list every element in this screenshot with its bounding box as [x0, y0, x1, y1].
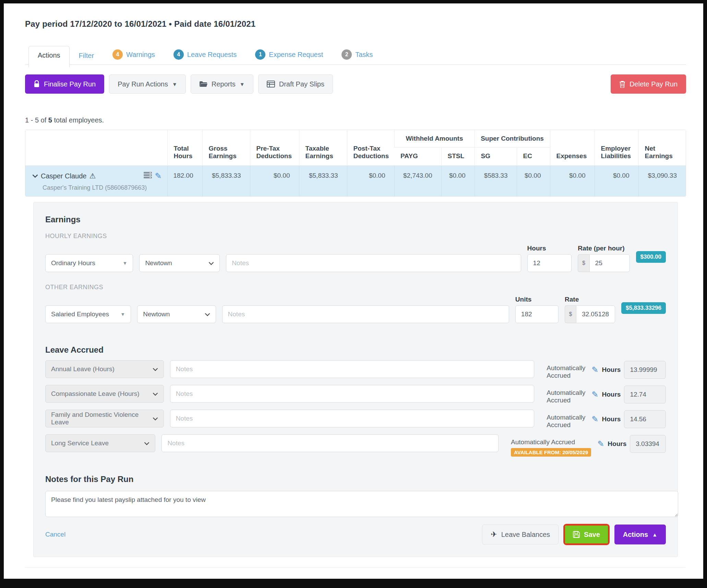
- delete-pay-run-button[interactable]: Delete Pay Run: [611, 74, 686, 94]
- hourly-notes-input[interactable]: [226, 254, 521, 272]
- panel-footer: Cancel ✈ Leave Balances Save Actions: [45, 524, 666, 545]
- chevron-down-icon: [144, 439, 149, 447]
- finalise-pay-run-button[interactable]: Finalise Pay Run: [25, 74, 104, 94]
- payslip-icon[interactable]: [144, 172, 152, 180]
- hourly-hours-input[interactable]: [527, 254, 572, 272]
- col-post-tax-deductions: Post-Tax Deductions: [347, 130, 394, 166]
- annual-leave-value: Annual Leave (Hours): [51, 365, 115, 373]
- col-pre-tax-deductions: Pre-Tax Deductions: [250, 130, 299, 166]
- finalise-pay-run-label: Finalise Pay Run: [44, 80, 96, 88]
- hours-label: Hours: [527, 245, 572, 252]
- chevron-down-icon: [153, 365, 158, 373]
- employee-name[interactable]: Casper Claude: [41, 172, 86, 180]
- other-pay-category-select[interactable]: Salaried Employees ▼: [45, 305, 131, 323]
- save-label: Save: [584, 531, 600, 539]
- hourly-earnings-row: Ordinary Hours ▼ Newtown Hours Rate (per…: [45, 245, 666, 272]
- tab-warnings[interactable]: 4 Warnings: [103, 44, 164, 65]
- save-button[interactable]: Save: [565, 526, 608, 543]
- hours-label: Hours: [602, 415, 621, 423]
- draft-pay-slips-button[interactable]: Draft Pay Slips: [258, 74, 333, 94]
- employee-row: Casper Claude ⚠ ✎ Casper's Training LTD …: [25, 166, 686, 197]
- family-violence-leave-notes-input[interactable]: [170, 410, 535, 427]
- annual-leave-select[interactable]: Annual Leave (Hours): [45, 360, 164, 378]
- long-service-leave-notes-input[interactable]: [161, 434, 499, 452]
- cell-payg: $2,743.00: [394, 166, 441, 197]
- other-location-select[interactable]: Newtown: [137, 305, 216, 323]
- pay-run-notes-textarea[interactable]: Please find you latest payslip attached …: [45, 491, 678, 517]
- pay-run-page: Pay period 17/12/2020 to 16/01/2021 • Pa…: [4, 3, 703, 579]
- compassionate-leave-select[interactable]: Compassionate Leave (Hours): [45, 385, 164, 403]
- edit-hours-icon[interactable]: ✎: [591, 390, 598, 399]
- actions-button[interactable]: Actions ▲: [614, 525, 666, 544]
- edit-employee-icon[interactable]: ✎: [155, 171, 161, 181]
- hourly-rate-input[interactable]: [589, 254, 630, 272]
- annual-leave-notes-input[interactable]: [170, 360, 535, 378]
- leave-requests-count-badge: 4: [173, 49, 184, 60]
- cancel-link[interactable]: Cancel: [45, 531, 65, 538]
- leave-row-long-service: Long Service Leave Automatically Accrued…: [45, 434, 666, 457]
- pay-run-table: Total Hours Gross Earnings Pre-Tax Deduc…: [25, 130, 686, 197]
- tab-actions[interactable]: Actions: [28, 46, 70, 67]
- edit-hours-icon[interactable]: ✎: [597, 439, 604, 449]
- other-rate-input[interactable]: [576, 305, 615, 323]
- compassionate-leave-hours-input[interactable]: [624, 386, 666, 403]
- employee-count-summary: 1 - 5 of 5 total employees.: [25, 116, 686, 124]
- col-employer-liabilities: Employer Liabilities: [595, 130, 638, 166]
- compassionate-leave-notes-input[interactable]: [170, 385, 535, 403]
- other-total-badge: $5,833.33296: [621, 302, 666, 314]
- group-withheld-amounts: Withheld Amounts: [394, 130, 475, 148]
- auto-accrued-label: Automatically Accrued: [547, 364, 585, 379]
- col-ec: EC: [517, 148, 550, 166]
- leave-balances-button[interactable]: ✈ Leave Balances: [482, 525, 559, 544]
- annual-leave-hours-input[interactable]: [624, 361, 666, 379]
- pay-run-actions-button[interactable]: Pay Run Actions ▼: [109, 74, 186, 94]
- col-sg: SG: [475, 148, 517, 166]
- reports-button[interactable]: Reports ▼: [191, 74, 253, 94]
- hourly-pay-category-select[interactable]: Ordinary Hours ▼: [45, 254, 133, 272]
- pay-run-actions-label: Pay Run Actions: [118, 80, 168, 88]
- long-service-leave-hours-input[interactable]: [630, 435, 666, 453]
- tab-filter[interactable]: Filter: [70, 46, 103, 65]
- other-earnings-label: OTHER EARNINGS: [45, 284, 666, 291]
- hourly-total-badge: $300.00: [636, 251, 666, 263]
- long-service-leave-select[interactable]: Long Service Leave: [45, 434, 155, 452]
- payslip-list-icon: [267, 81, 275, 87]
- auto-accrued-label: Automatically Accrued: [547, 389, 585, 404]
- dropdown-triangle-icon: ▼: [123, 260, 128, 266]
- col-stsl: STSL: [441, 148, 475, 166]
- other-units-input[interactable]: [515, 305, 559, 323]
- compassionate-leave-value: Compassionate Leave (Hours): [51, 390, 140, 398]
- chevron-down-icon: [153, 390, 158, 398]
- collapse-row-icon[interactable]: [32, 174, 38, 178]
- tab-bar: Actions Filter 4 Warnings 4 Leave Reques…: [25, 44, 686, 65]
- employee-detail-panel: Earnings HOURLY EARNINGS Ordinary Hours …: [33, 202, 678, 557]
- rate-per-hour-label: Rate (per hour): [578, 245, 630, 252]
- edit-hours-icon[interactable]: ✎: [591, 365, 598, 375]
- edit-hours-icon[interactable]: ✎: [591, 414, 598, 424]
- save-button-highlight: Save: [563, 524, 610, 545]
- other-notes-input[interactable]: [222, 305, 509, 323]
- family-violence-leave-hours-input[interactable]: [624, 410, 666, 428]
- draft-pay-slips-label: Draft Pay Slips: [279, 80, 324, 88]
- tab-leave-requests[interactable]: 4 Leave Requests: [164, 44, 246, 65]
- cell-total-hours: 182.00: [167, 166, 202, 197]
- lock-icon: [34, 80, 40, 88]
- tab-expense-request[interactable]: 1 Expense Request: [246, 44, 332, 65]
- leave-accrued-heading: Leave Accrued: [45, 345, 666, 355]
- expense-request-count-badge: 1: [255, 49, 265, 60]
- earnings-heading: Earnings: [45, 215, 666, 224]
- cell-stsl: $0.00: [441, 166, 475, 197]
- warning-icon: ⚠: [89, 172, 96, 180]
- cell-expenses: $0.00: [550, 166, 595, 197]
- tab-leave-requests-label: Leave Requests: [187, 51, 237, 59]
- family-violence-leave-select[interactable]: Family and Domestic Violence Leave: [45, 410, 164, 427]
- tab-actions-label: Actions: [38, 51, 60, 59]
- leave-balances-label: Leave Balances: [501, 531, 550, 539]
- hourly-location-select[interactable]: Newtown: [139, 254, 220, 272]
- tab-tasks[interactable]: 2 Tasks: [332, 44, 382, 65]
- employee-cell: Casper Claude ⚠ ✎ Casper's Training LTD …: [25, 166, 167, 197]
- cell-pre-tax-deductions: $0.00: [250, 166, 299, 197]
- pay-run-notes-heading: Notes for this Pay Run: [45, 474, 666, 484]
- summary-prefix: 1 - 5 of: [25, 116, 48, 124]
- other-pay-category-value: Salaried Employees: [51, 310, 109, 318]
